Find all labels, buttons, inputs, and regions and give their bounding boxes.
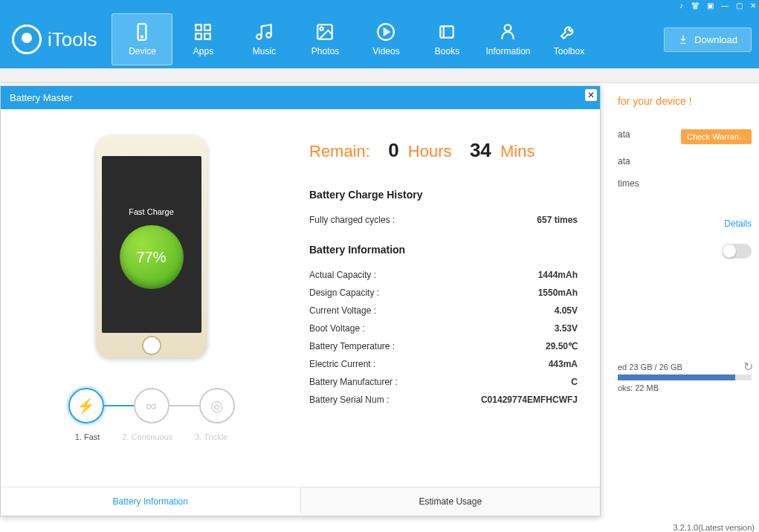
check-warranty-button[interactable]: Check Warran... (681, 129, 752, 144)
header: iTools Device Apps Music Photos Videos B… (0, 10, 759, 68)
phone-side: Fast Charge 77% ⚡ ∞ ◎ 1. Fast 2. Continu… (1, 109, 302, 487)
nav-apps[interactable]: Apps (172, 10, 233, 68)
minimize-icon[interactable]: — (721, 1, 729, 10)
promo-text: for your device ! (618, 95, 752, 107)
app-name: iTools (48, 28, 97, 51)
svg-rect-5 (205, 33, 211, 39)
info-row: Current Voltage :4.05V (309, 302, 578, 319)
row-ata1: ata (618, 129, 630, 140)
toolbox-icon (559, 22, 578, 42)
history-heading: Battery Charge History (309, 189, 578, 201)
nav-photos[interactable]: Photos (294, 10, 355, 68)
right-panel: for your device ! ataCheck Warran... ata… (618, 95, 752, 392)
mode-label-fast: 1. Fast (75, 432, 100, 441)
svg-point-1 (141, 36, 143, 37)
phone-mockup: Fast Charge 77% (96, 135, 207, 358)
tab-estimate-usage[interactable]: Estimate Usage (300, 487, 601, 515)
tshirt-icon[interactable]: 👕 (691, 1, 700, 10)
books-icon (437, 22, 456, 42)
svg-point-7 (267, 33, 272, 38)
apps-icon (193, 22, 213, 42)
battery-master-modal: Battery Master ✕ Fast Charge 77% ⚡ ∞ ◎ 1… (0, 85, 601, 516)
mode-connector-2 (169, 405, 199, 406)
svg-rect-3 (205, 25, 211, 30)
svg-point-6 (257, 34, 262, 39)
info-row: Electric Current :443mA (309, 355, 578, 373)
charge-mode-label: Fast Charge (129, 207, 174, 216)
close-window-icon[interactable]: ✕ (750, 1, 756, 10)
mode-continuous[interactable]: ∞ (134, 388, 169, 424)
modal-header: Battery Master (1, 86, 600, 109)
battery-percent-circle: 77% (120, 225, 184, 289)
storage-bar-fill (618, 374, 735, 380)
phone-screen: Fast Charge 77% (102, 156, 201, 333)
version-label: 3.2.1.0(Latest version) (674, 523, 755, 532)
tab-battery-info[interactable]: Battery Information (1, 487, 300, 515)
app-logo: iTools (12, 25, 97, 54)
nav-books[interactable]: Books (416, 10, 477, 68)
maximize-icon[interactable]: ▢ (736, 1, 743, 10)
info-row: Actual Capacity :1444mAh (309, 266, 578, 284)
info-row: Battery Manufacturer :C (309, 373, 578, 391)
main-nav: Device Apps Music Photos Videos Books In… (112, 10, 664, 68)
info-row: Battery Serial Num :C01429774EMFHCWFJ (309, 391, 578, 409)
remain-time: Remain: 0 Hours 34 Mins (309, 139, 578, 162)
info-row: Design Capacity :1550mAh (309, 284, 578, 302)
storage-bar (618, 374, 752, 380)
mode-trickle[interactable]: ◎ (199, 388, 235, 424)
info-side: Remain: 0 Hours 34 Mins Battery Charge H… (302, 109, 600, 487)
videos-icon (376, 22, 395, 42)
svg-rect-4 (196, 33, 202, 39)
mode-label-continuous: 2. Continuous (122, 432, 172, 441)
download-icon (678, 34, 688, 45)
info-row: Battery Temperature :29.50℃ (309, 337, 578, 355)
storage-block: ed 23 GB / 26 GB oks: 22 MB ↻ (618, 363, 752, 392)
svg-point-12 (505, 25, 511, 31)
charge-modes: ⚡ ∞ ◎ (68, 388, 235, 424)
information-icon (498, 22, 517, 42)
mode-connector-1 (104, 405, 134, 406)
nav-music[interactable]: Music (233, 10, 294, 68)
modal-tabs: Battery Information Estimate Usage (1, 487, 600, 515)
sub-bar (0, 68, 759, 83)
svg-rect-2 (196, 25, 202, 30)
nav-device[interactable]: Device (112, 13, 172, 65)
logo-icon (12, 25, 42, 54)
modal-close-button[interactable]: ✕ (585, 89, 597, 101)
row-ata2: ata (618, 156, 630, 166)
row-times: times (618, 178, 639, 189)
nav-information[interactable]: Information (477, 10, 538, 68)
refresh-icon[interactable]: ↻ (743, 360, 753, 374)
feedback-icon[interactable]: ▣ (707, 1, 714, 10)
row-cycles: Fully charged cycles : 657 times (309, 211, 578, 229)
music-note-icon[interactable]: ♪ (679, 1, 683, 10)
download-button[interactable]: Download (664, 27, 752, 52)
nav-videos[interactable]: Videos (355, 10, 416, 68)
info-heading: Battery Information (309, 244, 578, 256)
mode-labels: 1. Fast 2. Continuous 3. Trickle (75, 432, 228, 441)
storage-text: ed 23 GB / 26 GB (618, 363, 752, 372)
music-icon (254, 22, 274, 42)
photos-icon (315, 22, 335, 42)
details-link[interactable]: Details (618, 218, 752, 229)
toggle-switch[interactable] (722, 244, 752, 259)
svg-marker-11 (384, 29, 390, 36)
modal-title: Battery Master (10, 92, 73, 103)
titlebar: ♪ 👕 ▣ — ▢ ✕ (0, 0, 759, 10)
storage-oks: oks: 22 MB (618, 383, 752, 392)
device-icon (132, 22, 152, 42)
info-row: Boot Voltage :3.53V (309, 319, 578, 337)
svg-point-9 (320, 27, 323, 30)
nav-toolbox[interactable]: Toolbox (538, 10, 599, 68)
mode-label-trickle: 3. Trickle (195, 432, 227, 441)
mode-fast[interactable]: ⚡ (68, 388, 104, 424)
phone-home-button (142, 336, 161, 355)
